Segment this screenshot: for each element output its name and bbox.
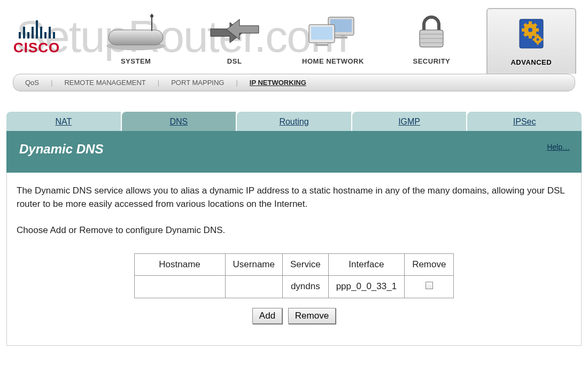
svg-point-3	[150, 14, 153, 18]
remove-checkbox[interactable]	[425, 282, 433, 289]
ddns-table: Hostname Username Service Interface Remo…	[134, 253, 454, 298]
cisco-bars-icon	[13, 20, 60, 38]
content-area: The Dynamic DNS service allows you to al…	[6, 173, 582, 346]
button-row: Add Remove	[17, 308, 571, 324]
nav-home-network-label: HOME NETWORK	[291, 54, 375, 71]
th-remove: Remove	[405, 253, 454, 276]
subnav-port-mapping[interactable]: PORT MAPPING	[167, 79, 228, 87]
svg-rect-11	[315, 44, 328, 46]
tab-row: NAT DNS Routing IGMP IPSec	[6, 112, 582, 131]
nav-advanced[interactable]: ADVANCED	[486, 8, 576, 74]
th-hostname: Hostname	[134, 253, 225, 276]
table-row: dyndns ppp_0_0_33_1	[134, 276, 454, 298]
tab-routing[interactable]: Routing	[237, 112, 352, 131]
tab-ipsec[interactable]: IPSec	[467, 112, 582, 131]
nav-security[interactable]: SECURITY	[388, 8, 475, 74]
cell-interface: ppp_0_0_33_1	[328, 276, 404, 298]
arrows-icon	[192, 11, 276, 54]
page-title: Dynamic DNS	[19, 142, 569, 157]
router-icon	[94, 11, 177, 54]
th-service: Service	[282, 253, 328, 276]
svg-rect-10	[311, 27, 332, 40]
nav-dsl-label: DSL	[192, 54, 276, 71]
gears-icon	[490, 12, 573, 55]
nav-system[interactable]: SYSTEM	[92, 8, 180, 74]
divider: |	[153, 79, 164, 87]
svg-rect-8	[335, 36, 347, 38]
cell-service: dyndns	[282, 276, 328, 298]
tab-dns[interactable]: DNS	[122, 112, 237, 131]
lock-icon	[390, 11, 473, 54]
add-button[interactable]: Add	[252, 308, 282, 324]
cell-username	[225, 276, 282, 298]
remove-button[interactable]: Remove	[288, 308, 336, 324]
nav-security-label: SECURITY	[390, 54, 473, 71]
main-nav: SYSTEM DSL HOM	[92, 8, 576, 74]
nav-dsl[interactable]: DSL	[190, 8, 278, 74]
tab-igmp[interactable]: IGMP	[352, 112, 468, 131]
svg-line-22	[524, 24, 527, 26]
subnav-remote-management[interactable]: REMOTE MANAGEMENT	[60, 79, 150, 87]
cisco-wordmark: CISCO	[13, 40, 60, 56]
nav-home-network[interactable]: HOME NETWORK	[289, 8, 377, 74]
th-username: Username	[225, 253, 282, 276]
svg-rect-1	[109, 30, 163, 45]
intro-text: The Dynamic DNS service allows you to al…	[17, 184, 571, 211]
nav-advanced-label: ADVANCED	[490, 55, 573, 72]
cell-remove	[405, 276, 454, 298]
subnav-qos[interactable]: QoS	[21, 79, 43, 87]
tab-nat[interactable]: NAT	[6, 112, 122, 131]
computers-icon	[291, 11, 375, 54]
subnav-ip-networking[interactable]: IP NETWORKING	[245, 79, 311, 87]
svg-point-26	[528, 28, 532, 32]
svg-line-25	[534, 24, 536, 26]
title-bar: Dynamic DNS Help…	[6, 131, 582, 173]
svg-line-24	[524, 34, 527, 36]
divider: |	[231, 79, 242, 87]
divider: |	[47, 79, 57, 87]
cell-hostname	[134, 276, 225, 298]
instruction-text: Choose Add or Remove to configure Dynami…	[17, 224, 571, 237]
sub-nav: QoS | REMOTE MANAGEMENT | PORT MAPPING |…	[13, 74, 575, 91]
help-link[interactable]: Help…	[547, 143, 570, 151]
th-interface: Interface	[328, 253, 404, 276]
svg-point-32	[536, 38, 539, 41]
svg-line-23	[534, 34, 536, 36]
nav-system-label: SYSTEM	[94, 54, 177, 71]
cisco-logo: CISCO	[13, 20, 60, 56]
table-header-row: Hostname Username Service Interface Remo…	[134, 253, 454, 276]
